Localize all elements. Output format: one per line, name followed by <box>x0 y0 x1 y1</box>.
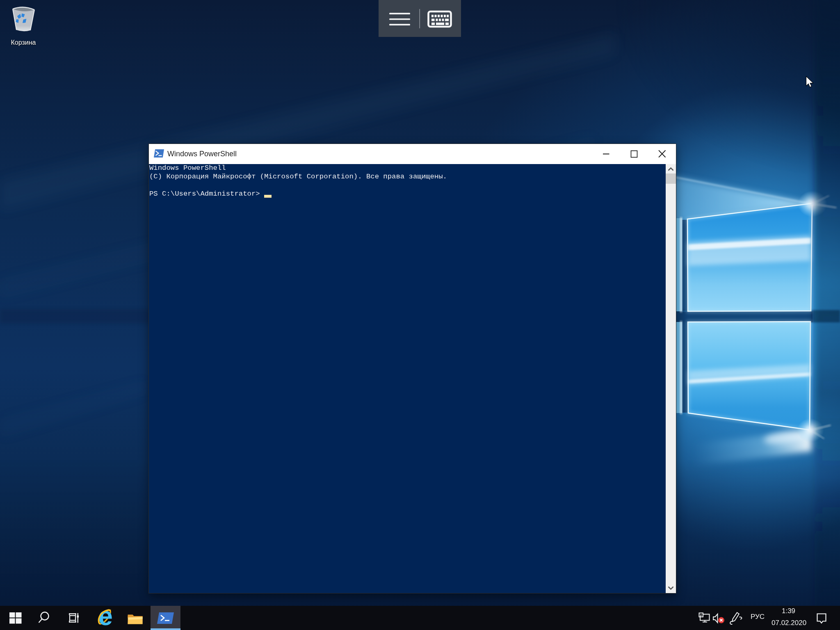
svg-text:e: e <box>98 606 113 630</box>
